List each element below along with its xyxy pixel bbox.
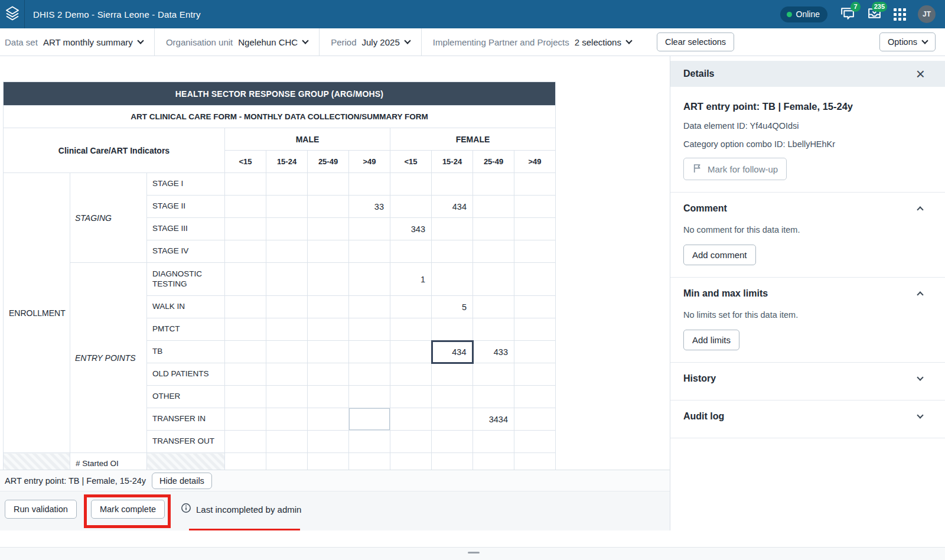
inbox-button[interactable]: 235 [867,6,882,22]
data-cell[interactable] [308,240,349,263]
data-cell[interactable] [349,296,390,318]
clear-selections-button[interactable]: Clear selections [657,32,734,51]
data-cell[interactable] [266,318,308,341]
data-cell[interactable] [473,363,514,386]
data-cell[interactable] [514,431,556,453]
data-cell[interactable] [225,218,266,240]
data-cell[interactable] [225,173,266,196]
data-cell[interactable] [473,318,514,341]
data-cell[interactable] [266,263,308,296]
data-cell[interactable] [473,386,514,408]
data-cell[interactable]: 1 [390,263,432,296]
data-cell[interactable]: 433 [473,341,514,363]
data-cell[interactable] [390,363,432,386]
data-cell[interactable]: 343 [390,218,432,240]
data-cell-focused[interactable] [349,408,390,431]
data-cell[interactable] [473,431,514,453]
data-cell[interactable] [514,196,556,218]
data-cell[interactable] [308,296,349,318]
run-validation-button[interactable]: Run validation [5,500,77,519]
dhis2-logo[interactable] [0,0,25,28]
drag-handle[interactable] [468,552,480,554]
data-cell[interactable] [432,386,473,408]
data-cell[interactable] [514,386,556,408]
data-cell[interactable] [266,408,308,431]
data-cell[interactable] [266,218,308,240]
data-cell[interactable] [349,431,390,453]
data-cell[interactable] [308,218,349,240]
data-cell[interactable] [514,240,556,263]
data-cell[interactable] [225,363,266,386]
data-cell[interactable] [514,218,556,240]
data-cell[interactable] [225,386,266,408]
attribute-combo-selector[interactable]: Implementing Partner and Projects 2 sele… [421,28,643,56]
data-cell[interactable] [514,341,556,363]
data-cell[interactable] [390,173,432,196]
data-cell[interactable] [308,263,349,296]
data-cell[interactable] [432,218,473,240]
data-cell[interactable] [308,196,349,218]
data-cell[interactable] [349,341,390,363]
data-cell[interactable] [225,196,266,218]
data-cell[interactable] [390,341,432,363]
data-cell[interactable] [266,341,308,363]
data-cell[interactable] [349,263,390,296]
data-cell[interactable]: 3434 [473,408,514,431]
data-cell[interactable] [308,341,349,363]
data-cell[interactable] [266,173,308,196]
data-cell[interactable]: 434 [432,196,473,218]
apps-menu-button[interactable] [894,8,906,21]
data-cell[interactable] [432,408,473,431]
data-cell[interactable] [390,318,432,341]
limits-section-header[interactable]: Min and max limits [683,288,923,299]
comment-section-header[interactable]: Comment [683,203,923,214]
data-cell[interactable] [432,240,473,263]
history-section-header[interactable]: History [683,373,923,384]
data-cell[interactable] [390,386,432,408]
data-cell[interactable] [473,173,514,196]
data-cell[interactable] [308,173,349,196]
data-cell[interactable] [225,318,266,341]
data-cell[interactable] [349,318,390,341]
data-cell[interactable] [266,240,308,263]
add-comment-button[interactable]: Add comment [683,245,756,265]
data-cell[interactable] [432,318,473,341]
close-icon[interactable]: × [916,66,925,82]
data-cell[interactable] [349,218,390,240]
data-cell[interactable] [514,363,556,386]
data-cell[interactable] [473,240,514,263]
data-cell[interactable] [266,196,308,218]
data-cell[interactable] [308,318,349,341]
data-cell[interactable]: 5 [432,296,473,318]
data-cell[interactable] [514,173,556,196]
data-cell[interactable] [349,386,390,408]
data-cell[interactable] [514,296,556,318]
data-cell[interactable] [473,296,514,318]
period-selector[interactable]: Period July 2025 [319,28,421,56]
data-cell[interactable] [308,431,349,453]
data-cell[interactable] [390,240,432,263]
messages-button[interactable]: 7 [839,6,855,22]
data-cell[interactable] [225,240,266,263]
data-cell[interactable] [349,363,390,386]
mark-for-follow-up-button[interactable]: Mark for follow-up [683,158,787,180]
data-cell[interactable] [349,240,390,263]
hide-details-button[interactable]: Hide details [152,473,212,489]
data-cell[interactable] [473,196,514,218]
options-button[interactable]: Options [879,32,936,51]
data-cell[interactable] [225,341,266,363]
data-cell[interactable] [432,173,473,196]
user-avatar[interactable]: JT [918,5,936,23]
data-cell[interactable] [308,363,349,386]
data-cell[interactable] [225,431,266,453]
data-cell[interactable] [390,431,432,453]
data-cell[interactable] [349,173,390,196]
data-cell[interactable] [473,263,514,296]
data-cell[interactable] [432,263,473,296]
data-cell[interactable] [225,296,266,318]
mark-complete-button[interactable]: Mark complete [91,500,165,519]
data-cell[interactable] [308,408,349,431]
data-cell[interactable] [432,431,473,453]
data-cell[interactable]: 33 [349,196,390,218]
data-cell[interactable] [266,431,308,453]
